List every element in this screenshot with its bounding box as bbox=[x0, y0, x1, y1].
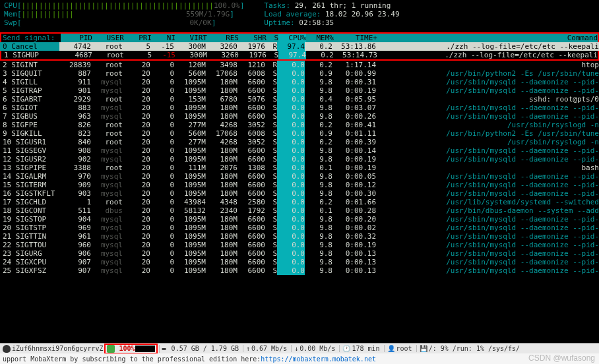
signal-option[interactable]: 6 SIGABRT bbox=[0, 95, 59, 104]
process-row[interactable]: 25 SIGXFSZ907mysql2001095M180M6600S0.09.… bbox=[0, 266, 599, 275]
col-s[interactable]: S bbox=[267, 34, 278, 42]
signal-option[interactable]: 3 SIGQUIT bbox=[0, 69, 59, 78]
process-row[interactable]: 15 SIGTERM909mysql2001095M180M6600S0.09.… bbox=[0, 181, 599, 189]
status-cpu: 100% bbox=[119, 345, 135, 352]
hostname: iZuf6hnmsxi97on6gcyrrvZ bbox=[12, 345, 103, 352]
tasks-value: 29, 261 thr; 1 running bbox=[295, 1, 391, 10]
process-row[interactable]: 7 SIGBUS963mysql2001095M180M6600S0.09.80… bbox=[0, 112, 599, 121]
tasks-label: Tasks: bbox=[264, 1, 290, 10]
clock-icon: 🕐 bbox=[342, 345, 350, 352]
swp-label: Swp bbox=[4, 18, 17, 27]
signal-option[interactable]: 17 SIGCHLD bbox=[0, 198, 59, 206]
signal-option[interactable]: 16 SIGSTKFLT bbox=[0, 189, 59, 198]
col-user[interactable]: USER bbox=[92, 34, 124, 42]
process-row[interactable]: 8 SIGFPE826root200277M42683052S0.00.20:0… bbox=[0, 121, 599, 129]
signal-option[interactable]: 11 SIGSEGV bbox=[0, 146, 59, 155]
process-row[interactable]: 9 SIGKILL823root200560M170686008S0.00.90… bbox=[0, 129, 599, 138]
footer-link[interactable]: https://mobaxterm.mobatek.net bbox=[261, 355, 376, 363]
signal-cancel[interactable]: 0 Cancel bbox=[0, 42, 59, 51]
col-cpu[interactable]: CPU% bbox=[278, 34, 306, 42]
cpu-percent: 100.0% bbox=[214, 1, 240, 10]
signal-option[interactable]: 8 SIGFPE bbox=[0, 121, 59, 129]
col-pri[interactable]: PRI bbox=[124, 34, 152, 42]
signal-option[interactable]: 21 SIGTTIN bbox=[0, 232, 59, 241]
process-row[interactable]: 19 SIGSTOP904mysql2001095M180M6600S0.09.… bbox=[0, 215, 599, 224]
watermark: CSDN @wufasong bbox=[528, 353, 595, 363]
htop-main: CPU[||||||||||||||||||||||||||||||||||||… bbox=[0, 0, 599, 344]
process-row[interactable]: 6 SIGIOT883mysql2001095M180M6600S0.09.80… bbox=[0, 104, 599, 112]
uptime-value: 02:58:35 bbox=[299, 18, 334, 27]
column-header[interactable]: Send signal: PID USER PRI NI VIRT RES SH… bbox=[0, 32, 599, 42]
signal-option[interactable]: 18 SIGCONT bbox=[0, 206, 59, 215]
process-row[interactable]: 17 SIGCHLD1root2004398443482580S0.00.20:… bbox=[0, 198, 599, 206]
col-ni[interactable]: NI bbox=[152, 34, 175, 42]
uptime-label: Uptime: bbox=[264, 18, 294, 27]
signal-option[interactable]: 12 SIGUSR2 bbox=[0, 155, 59, 164]
process-row[interactable]: 21 SIGTTIN961mysql2001095M180M6600S0.09.… bbox=[0, 232, 599, 241]
status-net-up: 0.67 Mb/s bbox=[251, 345, 287, 352]
signal-option[interactable]: 25 SIGXFSZ bbox=[0, 266, 59, 275]
ram-icon: ▬ bbox=[162, 345, 170, 353]
process-row[interactable]: 11 SIGSEGV908mysql2001095M180M6600S0.09.… bbox=[0, 146, 599, 155]
swp-value: 0K/0K bbox=[190, 18, 212, 27]
signal-option[interactable]: 19 SIGSTOP bbox=[0, 215, 59, 224]
disk-icon: 💾 bbox=[420, 345, 427, 352]
penguin-icon bbox=[3, 345, 11, 353]
status-user: root bbox=[396, 345, 412, 352]
signal-option[interactable]: 6 SIGIOT bbox=[0, 104, 59, 112]
col-virt[interactable]: VIRT bbox=[175, 34, 207, 42]
process-row[interactable]: 6 SIGABRT2929root200153M67805076S0.00.40… bbox=[0, 95, 599, 104]
process-row[interactable]: 1 SIGHUP4687root5-15300M32601976S97.40.2… bbox=[0, 51, 599, 61]
process-row[interactable]: 13 SIGPIPE3388root200111M20761308S0.00.1… bbox=[0, 164, 599, 172]
process-row[interactable]: 18 SIGCONT511dbus2005813223401792S0.00.1… bbox=[0, 206, 599, 215]
signal-option[interactable]: 4 SIGILL bbox=[0, 78, 59, 86]
signal-option[interactable]: 13 SIGPIPE bbox=[0, 164, 59, 172]
process-list[interactable]: 0 Cancel4742root5-15300M32601976R97.40.2… bbox=[0, 42, 599, 275]
process-row[interactable]: 4 SIGILL911mysql2001095M180M6600S0.09.80… bbox=[0, 78, 599, 86]
col-shr[interactable]: SHR bbox=[239, 34, 267, 42]
process-row[interactable]: 14 SIGALRM970mysql2001095M180M6600S0.09.… bbox=[0, 172, 599, 181]
process-row[interactable]: 24 SIGXCPU907mysql2001095M180M6600S0.09.… bbox=[0, 258, 599, 266]
signal-option[interactable]: 5 SIGTRAP bbox=[0, 86, 59, 95]
load-value: 18.02 20.96 23.49 bbox=[325, 10, 400, 18]
load-label: Load average: bbox=[264, 10, 321, 18]
process-row[interactable]: 16 SIGSTKFLT903mysql2001095M180M6600S0.0… bbox=[0, 189, 599, 198]
user-icon: 👤 bbox=[387, 345, 395, 352]
signal-option[interactable]: 20 SIGTSTP bbox=[0, 224, 59, 232]
signal-option[interactable]: 24 SIGXCPU bbox=[0, 258, 59, 266]
signal-option[interactable]: 9 SIGKILL bbox=[0, 129, 59, 138]
signal-option[interactable]: 1 SIGHUP bbox=[1, 51, 61, 59]
process-row[interactable]: 10 SIGUSR1840root200277M42683052S0.00.20… bbox=[0, 138, 599, 146]
process-row[interactable]: 12 SIGUSR2902mysql2001095M180M6600S0.09.… bbox=[0, 155, 599, 164]
col-cmd[interactable]: Command bbox=[377, 34, 598, 42]
signal-option[interactable]: 14 SIGALRM bbox=[0, 172, 59, 181]
footer: upport MobaXterm by subscribing to the p… bbox=[0, 353, 599, 364]
signal-option[interactable]: 10 SIGUSR1 bbox=[0, 138, 59, 146]
col-time[interactable]: TIME+ bbox=[334, 34, 377, 42]
status-net-dn: 0.00 Mb/s bbox=[300, 345, 335, 352]
process-row[interactable]: 2 SIGINT28839root200120M34981210R0.00.21… bbox=[0, 61, 599, 69]
process-row[interactable]: 5 SIGTRAP901mysql2001095M180M6600S0.09.8… bbox=[0, 86, 599, 95]
mem-label: Mem bbox=[4, 10, 17, 18]
signal-option[interactable]: 15 SIGTERM bbox=[0, 181, 59, 189]
status-bar: iZuf6hnmsxi97on6gcyrrvZ 100% ▬0.57 GB / … bbox=[0, 343, 599, 353]
cpu-chip-icon bbox=[107, 345, 115, 353]
htop-header: CPU[||||||||||||||||||||||||||||||||||||… bbox=[0, 0, 599, 28]
mem-value: 559M/1.79G bbox=[186, 10, 230, 18]
up-arrow-icon: ↑ bbox=[246, 345, 250, 352]
signal-title: Send signal: bbox=[1, 34, 61, 42]
process-row[interactable]: 23 SIGURG906mysql2001095M180M6600S0.09.8… bbox=[0, 249, 599, 258]
cpu-label: CPU bbox=[4, 1, 17, 10]
signal-option[interactable]: 23 SIGURG bbox=[0, 249, 59, 258]
signal-option[interactable]: 22 SIGTTOU bbox=[0, 241, 59, 249]
col-mem[interactable]: MEM% bbox=[306, 34, 334, 42]
col-pid[interactable]: PID bbox=[61, 34, 92, 42]
process-row[interactable]: 0 Cancel4742root5-15300M32601976R97.40.2… bbox=[0, 42, 599, 51]
col-res[interactable]: RES bbox=[207, 34, 239, 42]
process-row[interactable]: 20 SIGTSTP969mysql2001095M180M6600S0.09.… bbox=[0, 224, 599, 232]
signal-option[interactable]: 7 SIGBUS bbox=[0, 112, 59, 121]
process-row[interactable]: 3 SIGQUIT887root200560M170686008S0.00.90… bbox=[0, 69, 599, 78]
status-disk: /: 9% /run: 1% /sys/fs/ bbox=[429, 345, 520, 352]
signal-option[interactable]: 2 SIGINT bbox=[0, 61, 59, 69]
process-row[interactable]: 22 SIGTTOU960mysql2001095M180M6600S0.09.… bbox=[0, 241, 599, 249]
